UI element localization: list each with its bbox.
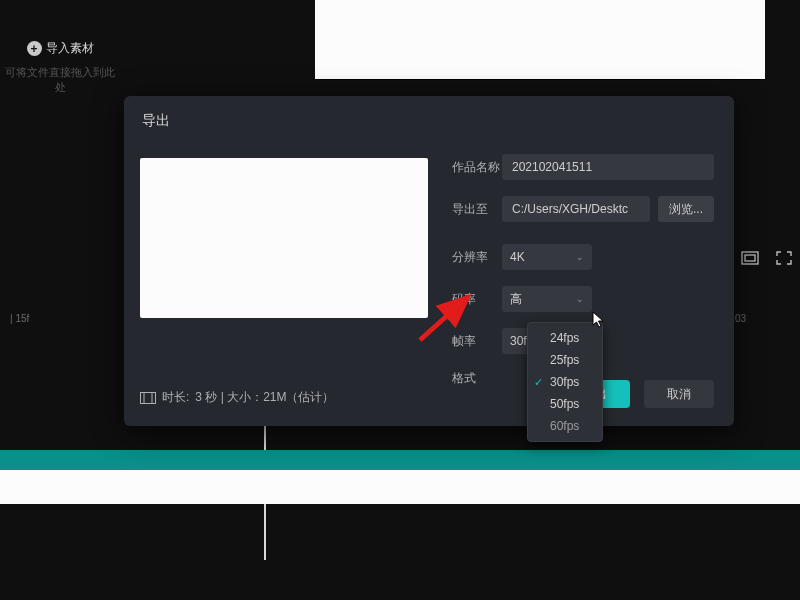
import-area: + 导入素材 可将文件直接拖入到此处: [0, 40, 120, 95]
name-value: 202102041511: [512, 160, 592, 174]
export-dialog: 导出 作品名称 202102041511 导出至 C:/Users/XGH/De…: [124, 96, 734, 426]
footer-value: 3 秒 | 大小：21M（估计）: [195, 389, 334, 406]
timeline-tracks: [0, 450, 800, 504]
label-path: 导出至: [452, 201, 502, 218]
bitrate-select[interactable]: 高 ⌄: [502, 286, 592, 312]
import-hint: 可将文件直接拖入到此处: [0, 65, 120, 95]
fps-option[interactable]: 50fps: [528, 393, 602, 415]
preview-canvas: [315, 0, 765, 80]
path-value: C:/Users/XGH/Desktc: [512, 202, 628, 216]
resolution-value: 4K: [510, 250, 525, 264]
import-media-button[interactable]: + 导入素材: [27, 40, 94, 57]
label-format: 格式: [452, 370, 502, 387]
fullscreen-icon[interactable]: [774, 250, 794, 266]
preview-toolbar: [740, 250, 794, 266]
ruler-tick: | 15f: [10, 313, 29, 324]
import-label: 导入素材: [46, 40, 94, 57]
fps-dropdown: 24fps25fps30fps50fps60fps: [527, 322, 603, 442]
fps-option[interactable]: 24fps: [528, 327, 602, 349]
fps-option[interactable]: 25fps: [528, 349, 602, 371]
chevron-down-icon: ⌄: [576, 252, 584, 262]
resolution-select[interactable]: 4K ⌄: [502, 244, 592, 270]
export-footer: 时长: 3 秒 | 大小：21M（估计）: [140, 389, 334, 406]
label-fps: 帧率: [452, 333, 502, 350]
label-bitrate: 码率: [452, 291, 502, 308]
label-name: 作品名称: [452, 159, 502, 176]
label-resolution: 分辨率: [452, 249, 502, 266]
fps-option[interactable]: 60fps: [528, 415, 602, 437]
svg-rect-1: [745, 255, 755, 261]
chevron-down-icon: ⌄: [576, 294, 584, 304]
bitrate-value: 高: [510, 291, 522, 308]
dialog-title: 导出: [124, 96, 734, 140]
cancel-button[interactable]: 取消: [644, 380, 714, 408]
video-track[interactable]: [0, 470, 800, 504]
name-input[interactable]: 202102041511: [502, 154, 714, 180]
svg-rect-2: [141, 392, 156, 403]
ratio-icon[interactable]: [740, 250, 760, 266]
path-input[interactable]: C:/Users/XGH/Desktc: [502, 196, 650, 222]
footer-prefix: 时长:: [162, 389, 189, 406]
plus-icon: +: [27, 41, 42, 56]
audio-track[interactable]: [0, 450, 800, 470]
ruler-tick: 03: [735, 313, 746, 324]
browse-button[interactable]: 浏览...: [658, 196, 714, 222]
film-icon: [140, 392, 156, 404]
export-thumbnail: [140, 158, 428, 318]
fps-option[interactable]: 30fps: [528, 371, 602, 393]
